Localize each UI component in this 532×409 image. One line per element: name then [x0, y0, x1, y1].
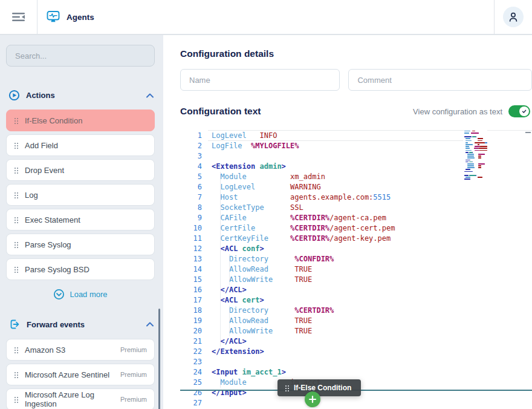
search-input[interactable] [6, 45, 155, 67]
minimap-mark [474, 154, 478, 155]
sidebar-item-parse-syslog-bsd[interactable]: Parse Syslog BSD [6, 258, 155, 280]
configuration-details-heading: Configuration details [180, 48, 532, 59]
sidebar-item-amazon-s3[interactable]: Amazon S3Premium [6, 339, 155, 361]
sidebar-item-if-else-condition[interactable]: If-Else Condition [6, 110, 155, 131]
sidebar-section-forward-header[interactable]: Forward events [8, 318, 154, 330]
code-line[interactable]: 18 Directory %CERTDIR% [180, 306, 532, 316]
code-line[interactable]: 24<Input im_acct_1> [180, 367, 532, 378]
token-pl [255, 224, 290, 232]
sidebar-item-add-field[interactable]: Add Field [6, 134, 155, 156]
indent-guide [229, 275, 230, 285]
user-avatar[interactable] [503, 7, 524, 27]
minimap-mark [465, 142, 468, 143]
code-line[interactable]: 21 </ACL> [180, 336, 532, 347]
token-pl [247, 214, 290, 222]
collapse-sidebar-button[interactable] [0, 0, 37, 34]
code-line[interactable]: 11 CertKeyFile %CERTDIR%/agent-key.pem [180, 234, 532, 244]
code-line[interactable]: 15 AllowWrite TRUE [180, 275, 532, 285]
minimap-row [464, 180, 487, 182]
sidebar-scrollbar[interactable] [158, 309, 160, 409]
indent-guide [220, 254, 221, 264]
item-label: Exec Statement [25, 215, 80, 224]
code-line[interactable]: 27 [180, 398, 532, 408]
minimap-mark [475, 167, 478, 168]
code-line[interactable]: 9 CAFile %CERTDIR%/agent-ca.pem [180, 213, 532, 223]
code-text: CAFile %CERTDIR%/agent-ca.pem [212, 213, 386, 223]
code-line[interactable]: 8 SocketType SSL [180, 203, 532, 213]
details-fields [180, 69, 532, 91]
sidebar-item-drop-event[interactable]: Drop Event [6, 159, 155, 181]
chevron-up-icon[interactable] [146, 322, 154, 327]
drag-handle-icon [14, 167, 18, 174]
code-line[interactable]: 17 <ACL cert> [180, 295, 532, 306]
line-number: 22 [180, 347, 202, 357]
code-text: <ACL cert> [212, 295, 264, 306]
code-line[interactable]: 14 AllowRead TRUE [180, 264, 532, 275]
code-text: LogLevel WARNING [212, 182, 321, 192]
code-line[interactable]: 22</Extension> [180, 347, 532, 357]
code-line[interactable]: 12 <ACL conf> [180, 244, 532, 254]
token-kw: AllowRead [229, 265, 268, 273]
name-field[interactable] [180, 69, 340, 91]
token-mac: %CERTDIR% [294, 306, 334, 315]
code-line[interactable]: 23 [180, 357, 532, 367]
premium-badge: Premium [120, 346, 147, 353]
actions-item-list: If-Else ConditionAdd FieldDrop EventLogE… [6, 110, 156, 280]
comment-field[interactable] [348, 69, 532, 91]
minimap-mark [464, 133, 469, 134]
code-line[interactable]: 13 Directory %CONFDIR% [180, 254, 532, 264]
indent-guide [229, 306, 230, 316]
chevron-up-icon[interactable] [146, 93, 154, 98]
indent-guide [220, 295, 221, 306]
code-text: AllowRead TRUE [212, 316, 312, 326]
sidebar-item-microsoft-azure-sentinel[interactable]: Microsoft Azure SentinelPremium [6, 364, 155, 385]
token-pl [212, 203, 220, 212]
configuration-text-row: Configuration text View configuration as… [180, 105, 532, 117]
code-line[interactable]: 16 </ACL> [180, 285, 532, 295]
line-number: 6 [180, 182, 202, 192]
token-kw: Directory [229, 306, 268, 315]
token-pl [212, 378, 220, 387]
section-label: Actions [26, 91, 55, 100]
line-number: 9 [180, 213, 202, 223]
item-label: Amazon S3 [25, 345, 65, 355]
token-att: cert [242, 296, 260, 304]
indent-guide [220, 326, 221, 336]
code-line[interactable]: 10 CertFile %CERTDIR%/agent-cert.pem [180, 223, 532, 234]
token-tag: <ACL [220, 296, 238, 304]
drag-tooltip-label: If-Else Condition [294, 384, 351, 392]
sidebar-item-exec-statement[interactable]: Exec Statement [6, 209, 155, 231]
minimap-mark [465, 144, 473, 145]
token-kw: LogLevel [220, 183, 255, 191]
load-more-button[interactable]: Load more [6, 289, 155, 300]
sidebar-item-parse-syslog[interactable]: Parse Syslog [6, 234, 155, 255]
line-number: 10 [180, 223, 202, 234]
configuration-code-editor[interactable]: 1LogLevel INFO2LogFile %MYLOGFILE%34<Ext… [180, 127, 532, 408]
minimap-mark [465, 148, 470, 149]
line-number: 1 [180, 131, 202, 141]
token-pl [242, 142, 251, 150]
code-text: </Extension> [212, 347, 264, 357]
drag-handle-icon [14, 347, 18, 353]
line-number: 11 [180, 234, 202, 244]
editor-minimap[interactable] [464, 130, 487, 185]
indent-guide [220, 203, 221, 213]
minimap-mark [465, 177, 470, 178]
view-as-text-toggle[interactable] [508, 105, 530, 117]
sidebar-item-microsoft-azure-log-ingestion[interactable]: Microsoft Azure Log IngestionPremium [6, 388, 155, 409]
token-pl [238, 296, 242, 304]
code-text: Directory %CERTDIR% [212, 306, 334, 316]
code-line[interactable]: 7 Host agents.example.com:5515 [180, 192, 532, 203]
token-kw: CAFile [220, 214, 246, 222]
code-line[interactable]: 20 AllowWrite TRUE [180, 326, 532, 336]
sidebar-item-log[interactable]: Log [6, 184, 155, 206]
minimap-mark [471, 133, 479, 134]
sidebar-section-actions-header[interactable]: Actions [8, 90, 154, 101]
item-label: Microsoft Azure Sentinel [25, 370, 109, 379]
token-pl [273, 327, 294, 335]
token-pl [212, 193, 220, 201]
code-text: CertKeyFile %CERTDIR%/agent-key.pem [212, 234, 391, 244]
code-line[interactable]: 19 AllowRead TRUE [180, 316, 532, 326]
item-label: Add Field [25, 141, 58, 150]
token-tag: <ACL [220, 244, 238, 253]
